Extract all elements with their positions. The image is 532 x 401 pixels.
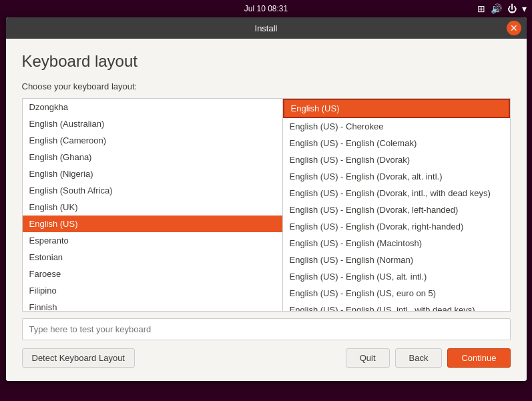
titlebar: Install ✕ [6,17,527,39]
list-item[interactable]: English (South Africa) [23,182,282,199]
layout-lists: DzongkhaEnglish (Australian)English (Cam… [22,98,511,312]
page-title: Keyboard layout [22,52,511,71]
list-item[interactable]: English (UK) [23,199,282,216]
list-item[interactable]: English (US) - English (US, intl., with … [283,302,510,311]
install-window: Install ✕ Keyboard layout Choose your ke… [6,17,527,381]
list-item[interactable]: English (US) - English (Norman) [283,252,510,268]
list-item[interactable]: English (US) - English (Colemak) [283,135,510,151]
list-item[interactable]: English (US) - English (Dvorak, alt. int… [283,168,510,185]
volume-icon[interactable]: 🔊 [491,3,502,14]
list-item[interactable]: English (US) [283,99,510,118]
list-item[interactable]: English (US) - English (US, euro on 5) [283,285,510,302]
quit-button[interactable]: Quit [346,348,390,368]
menu-icon[interactable]: ▾ [522,3,527,14]
subtitle: Choose your keyboard layout: [22,81,511,91]
list-item[interactable]: English (Australian) [23,115,282,132]
window-title: Install [26,23,507,33]
list-item[interactable]: Dzongkha [23,99,282,115]
list-item[interactable]: English (Ghana) [23,149,282,165]
network-icon[interactable]: ⊞ [477,3,485,14]
list-item[interactable]: English (US) - English (Dvorak, right-ha… [283,218,510,235]
list-item[interactable]: English (US) - Cherokee [283,118,510,135]
list-item[interactable]: English (US) - English (Dvorak, intl., w… [283,185,510,202]
list-item[interactable]: Finnish [23,299,282,311]
back-button[interactable]: Back [395,348,443,368]
list-item[interactable]: English (US) - English (US, alt. intl.) [283,268,510,285]
list-item[interactable]: English (US) - English (Dvorak, left-han… [283,202,510,218]
list-item[interactable]: Esperanto [23,232,282,249]
right-list[interactable]: English (US)English (US) - CherokeeEngli… [283,99,510,311]
list-item[interactable]: English (US) - English (Macintosh) [283,235,510,252]
detect-keyboard-button[interactable]: Detect Keyboard Layout [22,348,135,368]
close-button[interactable]: ✕ [507,21,521,35]
list-item[interactable]: Filipino [23,282,282,299]
topbar: Jul 10 08:31 ⊞ 🔊 ⏻ ▾ [0,0,532,17]
list-item[interactable]: English (Cameroon) [23,132,282,149]
continue-button[interactable]: Continue [447,348,510,368]
keyboard-test-input[interactable] [22,318,511,340]
bottom-bar: Detect Keyboard Layout Quit Back Continu… [22,348,511,370]
nav-buttons: Quit Back Continue [346,348,511,368]
power-icon[interactable]: ⏻ [507,3,517,14]
content-area: Keyboard layout Choose your keyboard lay… [6,39,527,381]
left-list[interactable]: DzongkhaEnglish (Australian)English (Cam… [23,99,283,311]
list-item[interactable]: English (Nigeria) [23,165,282,182]
list-item[interactable]: Faroese [23,266,282,282]
topbar-icons: ⊞ 🔊 ⏻ ▾ [477,3,527,14]
list-item[interactable]: English (US) [23,216,282,232]
list-item[interactable]: English (US) - English (Dvorak) [283,151,510,168]
list-item[interactable]: Estonian [23,249,282,266]
topbar-datetime: Jul 10 08:31 [244,4,288,13]
